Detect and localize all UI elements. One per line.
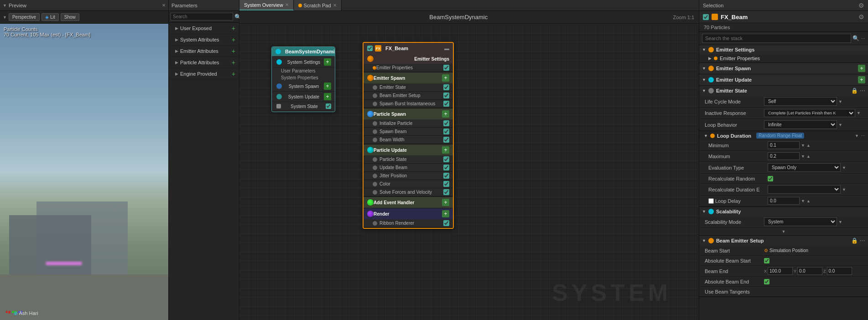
rp-estate-lock[interactable]: 🔒 — [851, 88, 858, 94]
params-add-emitter-attributes[interactable]: + — [232, 48, 235, 54]
sel-gear-btn[interactable]: ⚙ — [858, 13, 864, 21]
rp-min-up[interactable]: ▲ — [806, 143, 811, 148]
rp-eval-expand[interactable]: ▼ — [842, 165, 846, 170]
rp-recalcdur-expand[interactable]: ▼ — [842, 187, 846, 192]
rp-min-input[interactable] — [768, 141, 800, 149]
rp-beamend-y-input[interactable] — [797, 267, 822, 275]
update-beam-checkbox[interactable] — [443, 165, 449, 170]
fxbeam-add-event-header[interactable]: Add Event Handler + — [364, 197, 453, 208]
rp-scalmode-select[interactable]: System — [764, 217, 837, 226]
bsd-system-props[interactable]: System Properties — [272, 74, 335, 81]
fxbeam-color[interactable]: Color — [364, 180, 453, 188]
rp-emitter-state-header[interactable]: ▼ Emitter State 🔒 ⋯ — [699, 86, 868, 96]
rp-max-up[interactable]: ▲ — [806, 154, 811, 159]
node-beam-system-dynamic[interactable]: BeamSystemDynamic System Settings + User… — [271, 46, 335, 112]
beam-setup-checkbox[interactable] — [443, 93, 449, 98]
bsd-spawn-add[interactable]: + — [324, 83, 331, 90]
fxbeam-particle-state[interactable]: Particle State — [364, 155, 453, 164]
params-item-system-attributes[interactable]: ▶ System Attributes + — [169, 34, 239, 46]
params-item-user-exposed[interactable]: ▶ User Exposed + — [169, 23, 239, 34]
solve-forces-checkbox[interactable] — [443, 189, 449, 195]
fxbeam-ribbon-renderer[interactable]: Ribbon Renderer — [364, 219, 453, 227]
rp-max-down[interactable]: ▼ — [801, 154, 805, 159]
params-item-particle-attributes[interactable]: ▶ Particle Attributes + — [169, 57, 239, 68]
bsd-system-settings-add[interactable]: + — [324, 58, 331, 66]
beam-width-checkbox[interactable] — [443, 137, 449, 143]
tab-scratch-pad[interactable]: Scratch Pad ✕ — [294, 0, 342, 10]
rp-scal-down-btn[interactable]: ▼ — [782, 229, 786, 234]
lit-button[interactable]: ◈ Lit — [42, 13, 59, 21]
sel-title-checkbox[interactable] — [703, 14, 709, 20]
fxbeam-jitter-position[interactable]: Jitter Position — [364, 172, 453, 180]
bsd-section-system-spawn[interactable]: System Spawn + — [272, 81, 335, 92]
center-canvas[interactable]: SYSTEM BeamSystemDynamic System Settings… — [239, 24, 699, 320]
emitter-spawn-add[interactable]: + — [442, 74, 449, 82]
init-particle-checkbox[interactable] — [443, 120, 449, 126]
node-fx-beam[interactable]: FX FX_Beam ▬ Emitter Settings Em — [363, 42, 454, 229]
rp-loop-duration-header[interactable]: ▼ Loop Duration Random Range Float ▼ ⋯ — [699, 131, 868, 140]
fxbeam-spawn-beam[interactable]: Spawn Beam — [364, 128, 453, 136]
fxbeam-spawn-burst[interactable]: Spawn Burst Instantaneous — [364, 100, 453, 108]
rp-emitter-settings-header[interactable]: ▼ Emitter Settings — [699, 45, 868, 54]
rp-emitter-props-sub[interactable]: ▶ Emitter Properties — [699, 54, 868, 62]
tab-system-overview[interactable]: System Overview ✕ — [239, 0, 294, 10]
fxbeam-particle-update-header[interactable]: Particle Update + — [364, 145, 453, 155]
rp-loopdelay-input[interactable] — [768, 197, 800, 205]
fxbeam-thumb[interactable]: ▬ — [444, 46, 449, 51]
right-search-options[interactable]: ⋯ — [861, 36, 865, 41]
rp-recalcdur-select[interactable] — [768, 185, 841, 194]
render-add[interactable]: + — [442, 210, 449, 217]
rp-loopdur-more[interactable]: ⋯ — [861, 134, 865, 138]
color-checkbox[interactable] — [443, 181, 449, 187]
rp-min-down[interactable]: ▼ — [801, 143, 805, 148]
bsd-user-params[interactable]: User Parameters — [272, 67, 335, 74]
emitter-state-checkbox[interactable] — [443, 84, 449, 90]
rp-absbeamend-checkbox[interactable] — [764, 279, 769, 284]
rp-scalability-header[interactable]: ▼ Scalability — [699, 207, 868, 216]
add-event-add[interactable]: + — [442, 199, 449, 206]
jitter-checkbox[interactable] — [443, 173, 449, 179]
bsd-section-system-settings[interactable]: System Settings + — [272, 57, 335, 67]
rp-max-input[interactable] — [768, 152, 800, 160]
rp-recalcrand-checkbox[interactable] — [768, 176, 773, 181]
rp-lifecycle-select[interactable]: Self — [764, 97, 837, 106]
fxbeam-beam-emitter-setup[interactable]: Beam Emitter Setup — [364, 92, 453, 100]
params-item-emitter-attributes[interactable]: ▶ Emitter Attributes + — [169, 46, 239, 57]
bsd-node-header[interactable]: BeamSystemDynamic — [272, 47, 335, 56]
show-button[interactable]: Show — [61, 13, 79, 21]
params-add-particle-attributes[interactable]: + — [232, 59, 235, 66]
fxbeam-header[interactable]: FX FX_Beam ▬ — [364, 43, 453, 54]
fxbeam-emitter-settings-header[interactable]: Emitter Settings — [364, 54, 453, 64]
fxbeam-render-header[interactable]: Render + — [364, 208, 453, 219]
params-add-system-attributes[interactable]: + — [232, 36, 235, 43]
rp-loopdelay-expand[interactable]: ▼ — [801, 199, 805, 203]
rp-inactive-expand[interactable]: ▼ — [857, 111, 861, 115]
fxbeam-update-beam[interactable]: Update Beam — [364, 164, 453, 172]
right-search-input[interactable] — [702, 34, 851, 43]
selection-gear-button[interactable]: ⚙ — [858, 2, 864, 9]
bsd-update-add[interactable]: + — [324, 93, 331, 100]
particle-update-add[interactable]: + — [442, 146, 449, 154]
ribbon-checkbox[interactable] — [443, 220, 449, 226]
rp-loopdelay-up[interactable]: ▲ — [806, 199, 811, 203]
rp-lifecycle-expand[interactable]: ▼ — [838, 99, 842, 104]
perspective-button[interactable]: Perspective — [9, 13, 40, 21]
rp-eval-select[interactable]: Spawn Only — [768, 163, 841, 172]
rp-emitter-update-header[interactable]: ▼ Emitter Update + — [699, 74, 868, 85]
fxbeam-beam-width[interactable]: Beam Width — [364, 136, 453, 144]
rp-beamend-z-input[interactable] — [827, 267, 852, 275]
panel-close[interactable]: ✕ — [162, 3, 166, 8]
rp-eupdate-add[interactable]: + — [858, 76, 865, 83]
bsd-section-system-state[interactable]: System State — [272, 102, 335, 111]
fxbeam-enable-checkbox[interactable] — [367, 46, 373, 51]
rp-loopdur-expand[interactable]: ▼ — [855, 134, 859, 138]
fxbeam-initialize-particle[interactable]: Initialize Particle — [364, 119, 453, 128]
system-overview-close[interactable]: ✕ — [285, 2, 289, 7]
emitter-properties-checkbox[interactable] — [443, 65, 449, 71]
spawn-burst-checkbox[interactable] — [443, 101, 449, 107]
bsd-state-checkbox[interactable] — [326, 103, 331, 109]
rp-scalmode-expand[interactable]: ▼ — [838, 220, 842, 224]
params-search-input[interactable] — [171, 13, 233, 21]
params-add-user-exposed[interactable]: + — [232, 25, 235, 31]
particle-state-checkbox[interactable] — [443, 156, 449, 162]
